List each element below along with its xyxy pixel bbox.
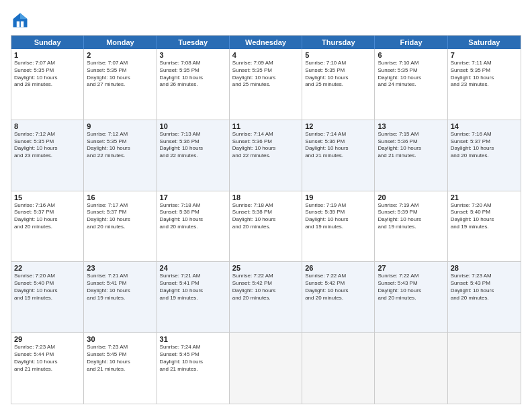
cell-info-line: Sunset: 5:35 PM [160,67,226,75]
calendar-cell: 17Sunrise: 7:18 AMSunset: 5:38 PMDayligh… [157,191,230,262]
cell-info-line: Sunrise: 7:16 AM [14,202,81,210]
calendar-header-cell: Sunday [11,36,84,49]
cell-info-line: and 22 minutes. [160,152,226,160]
cell-info-line: and 23 minutes. [451,81,518,89]
calendar-body: 1Sunrise: 7:07 AMSunset: 5:35 PMDaylight… [11,49,521,404]
cell-info-line: Daylight: 10 hours [232,145,299,152]
cell-info-line: Daylight: 10 hours [160,287,226,295]
cell-info-line: Daylight: 10 hours [87,216,153,224]
cell-info-line: Sunrise: 7:12 AM [87,131,153,138]
cell-info-line: Sunset: 5:35 PM [378,67,444,75]
cell-info-line: Sunrise: 7:22 AM [305,273,371,280]
cell-info-line: and 19 minutes. [378,224,444,231]
day-number: 22 [14,264,81,272]
cell-info-line: Daylight: 10 hours [160,75,226,82]
cell-info-line: Sunrise: 7:17 AM [87,202,153,210]
cell-info-line: Sunset: 5:36 PM [160,138,226,146]
cell-info-line: Sunset: 5:37 PM [87,209,153,216]
cell-info-line: Sunset: 5:38 PM [232,209,299,216]
calendar-cell: 22Sunrise: 7:20 AMSunset: 5:40 PMDayligh… [11,262,84,332]
cell-info-line: and 19 minutes. [451,224,518,231]
cell-info-line: Sunrise: 7:22 AM [378,273,444,280]
day-number: 30 [87,335,153,343]
calendar: SundayMondayTuesdayWednesdayThursdayFrid… [11,35,521,404]
cell-info-line: Sunrise: 7:21 AM [87,273,153,280]
day-number: 2 [87,51,153,59]
cell-info-line: Sunrise: 7:18 AM [232,202,299,210]
day-number: 17 [160,193,226,201]
cell-info-line: Sunrise: 7:18 AM [160,202,226,210]
cell-info-line: and 19 minutes. [160,295,226,302]
cell-info-line: Sunrise: 7:15 AM [378,131,444,138]
cell-info-line: Sunrise: 7:14 AM [305,131,371,138]
cell-info-line: Sunset: 5:38 PM [160,209,226,216]
calendar-cell: 18Sunrise: 7:18 AMSunset: 5:38 PMDayligh… [230,191,302,262]
cell-info-line: Sunset: 5:44 PM [14,351,81,359]
day-number: 15 [14,193,81,201]
cell-info-line: Sunset: 5:35 PM [305,67,371,75]
cell-info-line: Sunrise: 7:08 AM [160,60,226,67]
calendar-cell: 27Sunrise: 7:22 AMSunset: 5:43 PMDayligh… [375,262,447,332]
cell-info-line: Sunset: 5:37 PM [451,138,518,146]
cell-info-line: Daylight: 10 hours [232,287,299,295]
cell-info-line: Sunset: 5:36 PM [305,138,371,146]
cell-info-line: Daylight: 10 hours [451,75,518,82]
cell-info-line: Daylight: 10 hours [87,145,153,152]
cell-info-line: Sunset: 5:41 PM [87,280,153,287]
cell-info-line: and 25 minutes. [305,81,371,89]
cell-info-line: and 21 minutes. [378,152,444,160]
cell-info-line: Sunrise: 7:10 AM [378,60,444,67]
calendar-cell: 1Sunrise: 7:07 AMSunset: 5:35 PMDaylight… [11,49,84,120]
cell-info-line: Daylight: 10 hours [160,145,226,152]
cell-info-line: Daylight: 10 hours [451,216,518,224]
cell-info-line: Daylight: 10 hours [305,75,371,82]
day-number: 27 [378,264,444,272]
day-number: 24 [160,264,226,272]
cell-info-line: Sunrise: 7:23 AM [14,344,81,351]
cell-info-line: Sunrise: 7:24 AM [160,344,226,351]
cell-info-line: and 21 minutes. [160,366,226,373]
calendar-header-cell: Tuesday [157,36,230,49]
day-number: 3 [160,51,226,59]
cell-info-line: Daylight: 10 hours [14,287,81,295]
cell-info-line: Daylight: 10 hours [232,75,299,82]
calendar-cell: 6Sunrise: 7:10 AMSunset: 5:35 PMDaylight… [375,49,447,120]
calendar-header-cell: Friday [375,36,447,49]
day-number: 12 [305,122,371,130]
day-number: 28 [451,264,518,272]
cell-info-line: Sunset: 5:39 PM [305,209,371,216]
calendar-header-cell: Saturday [448,36,521,49]
cell-info-line: Sunset: 5:35 PM [14,138,81,146]
cell-info-line: Daylight: 10 hours [87,359,153,366]
calendar-header-cell: Wednesday [230,36,302,49]
cell-info-line: Sunset: 5:43 PM [451,280,518,287]
cell-info-line: and 19 minutes. [305,224,371,231]
cell-info-line: Daylight: 10 hours [451,145,518,152]
cell-info-line: Sunrise: 7:12 AM [14,131,81,138]
calendar-cell: 11Sunrise: 7:14 AMSunset: 5:36 PMDayligh… [230,120,302,191]
cell-info-line: Sunrise: 7:21 AM [160,273,226,280]
cell-info-line: Daylight: 10 hours [87,75,153,82]
cell-info-line: and 21 minutes. [87,366,153,373]
cell-info-line: and 20 minutes. [14,224,81,231]
day-number: 7 [451,51,518,59]
calendar-cell: 24Sunrise: 7:21 AMSunset: 5:41 PMDayligh… [157,262,230,332]
cell-info-line: Sunset: 5:39 PM [378,209,444,216]
day-number: 18 [232,193,299,201]
calendar-header-cell: Thursday [302,36,375,49]
cell-info-line: Sunset: 5:42 PM [305,280,371,287]
calendar-cell: 13Sunrise: 7:15 AMSunset: 5:36 PMDayligh… [375,120,447,191]
day-number: 25 [232,264,299,272]
cell-info-line: Sunset: 5:35 PM [87,138,153,146]
calendar-cell: 25Sunrise: 7:22 AMSunset: 5:42 PMDayligh… [230,262,302,332]
cell-info-line: Sunrise: 7:07 AM [14,60,81,67]
calendar-week: 8Sunrise: 7:12 AMSunset: 5:35 PMDaylight… [11,120,521,191]
day-number: 16 [87,193,153,201]
day-number: 5 [305,51,371,59]
cell-info-line: Daylight: 10 hours [14,359,81,366]
cell-info-line: and 28 minutes. [14,81,81,89]
cell-info-line: Sunrise: 7:13 AM [160,131,226,138]
cell-info-line: Sunset: 5:35 PM [232,67,299,75]
cell-info-line: and 20 minutes. [87,224,153,231]
page: SundayMondayTuesdayWednesdayThursdayFrid… [0,0,532,411]
